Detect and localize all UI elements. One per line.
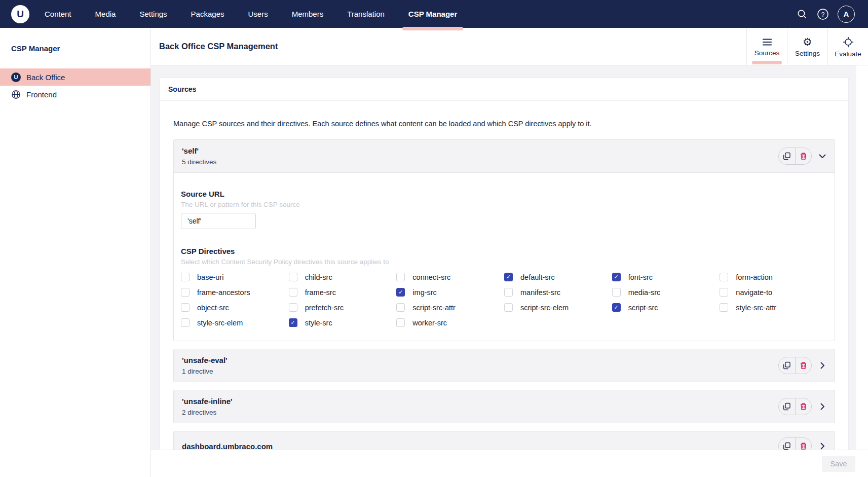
checkbox-unchecked-icon[interactable]	[181, 303, 190, 312]
directive-label: style-src	[305, 319, 332, 327]
source-name: 'unsafe-inline'	[182, 396, 778, 406]
tab-evaluate[interactable]: Evaluate	[827, 28, 868, 65]
checkbox-unchecked-icon[interactable]	[181, 318, 190, 327]
checkbox-unchecked-icon[interactable]	[396, 318, 405, 327]
delete-source-button[interactable]	[795, 398, 811, 415]
sources-panel: Sources Manage CSP sources and their dir…	[160, 78, 849, 450]
checkbox-checked-icon[interactable]: ✓	[396, 288, 405, 297]
sidebar-item-label: Back Office	[26, 73, 65, 82]
source-directive-count: 2 directives	[182, 408, 778, 417]
sources-panel-title: Sources	[160, 78, 848, 101]
tab-settings[interactable]: ⚙ Settings	[787, 28, 827, 65]
directive-option-script-src-elem: script-src-elem	[504, 303, 612, 312]
delete-source-button[interactable]	[795, 438, 811, 450]
save-button[interactable]: Save	[822, 456, 855, 472]
directive-label: script-src	[628, 304, 658, 312]
checkbox-checked-icon[interactable]: ✓	[289, 318, 297, 327]
nav-item-settings[interactable]: Settings	[139, 0, 167, 28]
directive-label: navigate-to	[736, 288, 772, 297]
directive-option-child-src: child-src	[289, 272, 397, 282]
workspace-header: Back Office CSP Management Sources ⚙ Set…	[151, 28, 868, 65]
checkbox-unchecked-icon[interactable]	[396, 303, 405, 312]
nav-item-csp-manager[interactable]: CSP Manager	[408, 0, 457, 28]
nav-item-packages[interactable]: Packages	[191, 0, 224, 28]
chevron-right-icon[interactable]	[818, 442, 826, 450]
copy-source-button[interactable]	[779, 357, 795, 374]
nav-item-members[interactable]: Members	[292, 0, 324, 28]
sidebar-item-back-office[interactable]: U Back Office	[0, 68, 150, 86]
search-icon[interactable]	[796, 8, 808, 20]
workspace-tabs: Sources ⚙ Settings Evaluate	[746, 28, 868, 65]
directive-option-worker-src: worker-src	[396, 318, 504, 327]
source-card-header[interactable]: dashboard.umbraco.com	[174, 431, 835, 450]
app-window: U Content Media Settings Packages Users …	[0, 0, 868, 477]
copy-icon	[783, 152, 791, 160]
source-card-self: 'self' 5 directives	[173, 139, 835, 341]
sidebar-title: CSP Manager	[11, 44, 150, 53]
checkbox-checked-icon[interactable]: ✓	[612, 273, 621, 281]
checkbox-unchecked-icon[interactable]	[289, 303, 297, 312]
source-card-body: Source URL The URL or pattern for this C…	[174, 172, 835, 341]
source-card-unsafe-inline: 'unsafe-inline' 2 directives	[173, 390, 835, 423]
source-card-header[interactable]: 'unsafe-inline' 2 directives	[174, 390, 835, 423]
chevron-right-icon[interactable]	[818, 361, 826, 370]
checkbox-unchecked-icon[interactable]	[720, 303, 728, 312]
trash-icon	[800, 402, 807, 411]
directive-label: style-src-attr	[736, 304, 776, 312]
directive-label: connect-src	[412, 273, 450, 281]
checkbox-unchecked-icon[interactable]	[396, 273, 405, 281]
top-nav-menu: Content Media Settings Packages Users Me…	[45, 0, 457, 28]
copy-icon	[783, 442, 791, 450]
page-title: Back Office CSP Management	[159, 42, 278, 51]
nav-item-translation[interactable]: Translation	[347, 0, 385, 28]
checkbox-unchecked-icon[interactable]	[720, 288, 728, 297]
directive-option-frame-ancestors: frame-ancestors	[181, 287, 289, 297]
directive-label: default-src	[520, 273, 555, 281]
checkbox-unchecked-icon[interactable]	[181, 288, 190, 297]
copy-source-button[interactable]	[779, 148, 795, 164]
directive-option-img-src: ✓img-src	[396, 287, 504, 297]
umbraco-logo-icon[interactable]: U	[11, 5, 29, 23]
tab-sources[interactable]: Sources	[746, 28, 787, 65]
directive-label: manifest-src	[520, 288, 560, 297]
checkbox-unchecked-icon[interactable]	[289, 288, 297, 297]
help-icon[interactable]: ?	[817, 8, 829, 20]
source-url-hint: The URL or pattern for this CSP source	[181, 200, 827, 209]
copy-source-button[interactable]	[779, 398, 795, 415]
directive-label: base-uri	[197, 273, 223, 281]
user-avatar[interactable]: A	[838, 6, 855, 23]
nav-item-users[interactable]: Users	[248, 0, 268, 28]
chevron-right-icon[interactable]	[818, 402, 826, 411]
delete-source-button[interactable]	[795, 148, 811, 164]
directive-option-style-src-elem: style-src-elem	[181, 318, 289, 327]
source-card-header[interactable]: 'unsafe-eval' 1 directive	[174, 349, 835, 382]
checkbox-checked-icon[interactable]: ✓	[612, 303, 621, 312]
directive-label: media-src	[628, 288, 661, 297]
copy-icon	[783, 402, 791, 411]
checkbox-unchecked-icon[interactable]	[720, 273, 728, 281]
content-scroll-area[interactable]: Sources Manage CSP sources and their dir…	[151, 65, 856, 450]
copy-icon	[783, 361, 791, 370]
trash-icon	[800, 152, 807, 160]
nav-item-media[interactable]: Media	[95, 0, 116, 28]
trash-icon	[800, 361, 807, 370]
checkbox-checked-icon[interactable]: ✓	[504, 273, 513, 281]
delete-source-button[interactable]	[795, 357, 811, 374]
nav-item-content[interactable]: Content	[45, 0, 71, 28]
source-card-header[interactable]: 'self' 5 directives	[174, 140, 835, 172]
checkbox-unchecked-icon[interactable]	[181, 273, 190, 281]
checkbox-unchecked-icon[interactable]	[504, 303, 513, 312]
checkbox-unchecked-icon[interactable]	[612, 288, 621, 297]
directive-label: child-src	[305, 273, 332, 281]
sidebar-item-frontend[interactable]: Frontend	[0, 86, 150, 103]
source-name: dashboard.umbraco.com	[182, 442, 778, 450]
source-name: 'self'	[182, 146, 778, 156]
directive-label: script-src-elem	[520, 304, 569, 312]
source-url-input[interactable]	[181, 213, 256, 229]
checkbox-unchecked-icon[interactable]	[289, 273, 297, 281]
chevron-down-icon[interactable]	[818, 152, 826, 160]
source-directive-count: 5 directives	[182, 158, 778, 166]
action-footer: Save	[151, 450, 868, 477]
checkbox-unchecked-icon[interactable]	[504, 288, 513, 297]
copy-source-button[interactable]	[779, 438, 795, 450]
